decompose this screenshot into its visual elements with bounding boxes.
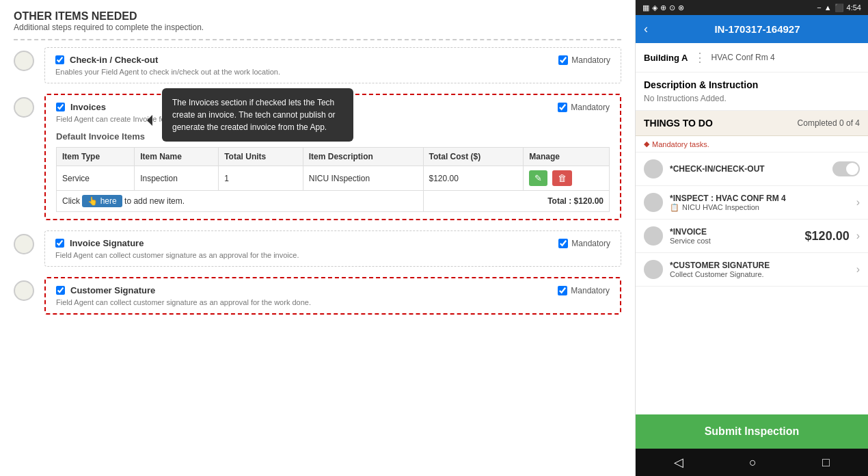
col-manage: Manage xyxy=(524,148,610,166)
checkin-mandatory-checkbox[interactable] xyxy=(558,55,568,65)
todo-name-invoice: *INVOICE xyxy=(670,227,798,237)
submit-inspection-button[interactable]: Submit Inspection xyxy=(636,414,868,449)
todo-text-custsig: *CUSTOMER SIGNATURE Collect Customer Sig… xyxy=(670,261,850,278)
invoice-sig-left: Invoice Signature xyxy=(55,238,144,248)
customer-sig-timeline-item: Customer Signature Mandatory Field Agent… xyxy=(14,277,621,315)
checkin-mandatory-text: Mandatory xyxy=(571,55,610,65)
time-display: 4:54 xyxy=(847,3,861,12)
todo-name-inspect: *INSPECT : HVAC CONF RM 4 xyxy=(670,194,850,203)
add-item-cell: Click 👆 here to add new item. xyxy=(57,191,424,212)
timeline-dot-4 xyxy=(14,280,34,301)
invoice-sig-mandatory-text: Mandatory xyxy=(571,239,610,248)
wifi-strength-icon: ▲ xyxy=(824,3,832,12)
mobile-panel: ▦ ◈ ⊕ ⊙ ⊗ − ▲ ⬛ 4:54 ‹ IN-170317-164927 … xyxy=(636,0,868,476)
checkin-row: Check-in / Check-out Mandatory xyxy=(55,55,610,65)
cell-item-type: Service xyxy=(57,166,135,191)
back-button[interactable]: ‹ xyxy=(644,22,648,36)
invoice-sig-row: Invoice Signature Mandatory xyxy=(55,238,610,248)
todo-inspect[interactable]: *INSPECT : HVAC CONF RM 4 📋 NICU HVAC In… xyxy=(636,186,868,220)
back-nav-icon[interactable]: ◁ xyxy=(674,455,683,470)
todo-circle-invoice xyxy=(644,226,663,246)
nav-bar: ◁ ○ □ xyxy=(636,449,868,476)
customer-sig-mandatory-text: Mandatory xyxy=(571,286,610,295)
todo-sub-custsig: Collect Customer Signature. xyxy=(670,270,850,278)
invoices-mandatory-badge: Mandatory xyxy=(558,103,610,112)
checkin-timeline-item: Check-in / Check-out Mandatory Enables y… xyxy=(14,47,621,83)
invoice-amount: $120.00 xyxy=(805,229,850,243)
customer-sig-mandatory-badge: Mandatory xyxy=(558,286,610,295)
invoice-sig-checkbox[interactable] xyxy=(55,239,64,248)
mobile-header: ‹ IN-170317-164927 xyxy=(636,15,868,43)
inspect-sub-text: NICU HVAC Inspection xyxy=(682,203,759,211)
timeline-dot-1 xyxy=(14,51,34,71)
recents-nav-icon[interactable]: □ xyxy=(822,455,830,470)
cell-item-desc: NICU INspection xyxy=(303,166,423,191)
invoices-checkbox[interactable] xyxy=(56,103,65,111)
col-item-name: Item Name xyxy=(135,148,219,166)
invoice-sig-card: Invoice Signature Mandatory Field Agent … xyxy=(44,230,621,267)
todo-customer-sig[interactable]: *CUSTOMER SIGNATURE Collect Customer Sig… xyxy=(636,253,868,287)
todo-text-invoice: *INVOICE Service cost xyxy=(670,227,798,245)
add-row: Click 👆 here to add new item. Total : $1… xyxy=(57,191,610,212)
minus-icon: − xyxy=(817,3,821,12)
invoice-sig-mandatory-checkbox[interactable] xyxy=(558,239,568,248)
cell-total-units: 1 xyxy=(219,166,303,191)
customer-sig-left: Customer Signature xyxy=(56,285,155,295)
checkin-checkbox[interactable] xyxy=(55,55,64,64)
inspect-chevron-icon: › xyxy=(856,196,860,209)
click-label: Click xyxy=(62,196,82,206)
invoice-section: Default Invoice Items Item Type Item Nam… xyxy=(56,131,610,212)
completed-badge: Completed 0 of 4 xyxy=(798,118,860,128)
invoice-chevron-icon: › xyxy=(856,230,860,242)
total-label: Total : xyxy=(547,196,573,206)
invoice-sig-mandatory-badge: Mandatory xyxy=(558,239,610,248)
todo-sub-invoice: Service cost xyxy=(670,237,798,245)
building-detail: HVAC Conf Rm 4 xyxy=(711,53,775,62)
timeline-dot-2 xyxy=(14,97,34,118)
status-bar: ▦ ◈ ⊕ ⊙ ⊗ − ▲ ⬛ 4:54 xyxy=(636,0,868,15)
desc-title: Description & Instruction xyxy=(644,79,860,90)
things-title: THINGS TO DO xyxy=(644,118,713,129)
building-dot: ⋮ xyxy=(694,50,706,65)
todo-sub-inspect: 📋 NICU HVAC Inspection xyxy=(670,203,850,212)
inspect-doc-icon: 📋 xyxy=(670,203,679,212)
building-info: Building A ⋮ HVAC Conf Rm 4 xyxy=(636,43,868,72)
col-item-type: Item Type xyxy=(57,148,135,166)
customer-sig-mandatory-checkbox[interactable] xyxy=(558,286,567,295)
edit-button[interactable]: ✎ xyxy=(529,170,547,186)
todo-text-inspect: *INSPECT : HVAC CONF RM 4 📋 NICU HVAC In… xyxy=(670,194,850,212)
checkin-toggle[interactable] xyxy=(832,161,860,176)
home-nav-icon[interactable]: ○ xyxy=(749,455,757,470)
checkin-mandatory-badge: Mandatory xyxy=(558,55,610,65)
total-cell: Total : $120.00 xyxy=(423,191,610,212)
things-todo-header: THINGS TO DO Completed 0 of 4 xyxy=(636,111,868,136)
cell-total-cost: $120.00 xyxy=(423,166,524,191)
cell-item-name: Inspection xyxy=(135,166,219,191)
mobile-content: Building A ⋮ HVAC Conf Rm 4 Description … xyxy=(636,43,868,414)
invoices-label: Invoices xyxy=(70,102,106,112)
customer-sig-desc: Field Agent can collect customer signatu… xyxy=(56,298,610,306)
table-row: Service Inspection 1 NICU INspection $12… xyxy=(57,166,610,191)
section-header: OTHER ITEMS NEEDED Additional steps requ… xyxy=(14,10,621,32)
customer-sig-checkbox[interactable] xyxy=(56,286,65,295)
status-icons-right: − ▲ ⬛ 4:54 xyxy=(817,3,861,12)
invoices-mandatory-checkbox[interactable] xyxy=(558,103,567,112)
invoice-sig-label: Invoice Signature xyxy=(70,238,144,248)
invoice-sig-desc: Field Agent can collect customer signatu… xyxy=(55,251,610,259)
delete-button[interactable]: 🗑 xyxy=(552,170,572,186)
todo-invoice[interactable]: *INVOICE Service cost $120.00 › xyxy=(636,220,868,253)
bluetooth-icon: ⊗ xyxy=(678,3,684,12)
add-label: to add new item. xyxy=(124,196,185,206)
invoices-left: Invoices xyxy=(56,102,106,112)
desc-section: Description & Instruction No Instruction… xyxy=(636,72,868,111)
todo-checkin[interactable]: *CHECK-IN/CHECK-OUT xyxy=(636,153,868,186)
battery-icon: ⬛ xyxy=(835,3,844,12)
customer-sig-label: Customer Signature xyxy=(70,285,155,295)
signal-icon: ▦ xyxy=(642,3,649,12)
data-icon: ⊕ xyxy=(660,3,666,12)
mobile-header-title: IN-170317-164927 xyxy=(655,23,860,35)
mandatory-note-text: Mandatory tasks. xyxy=(652,140,709,148)
checkin-desc: Enables your Field Agent to check in/che… xyxy=(55,68,610,76)
here-link[interactable]: 👆 here xyxy=(82,195,122,207)
todo-circle-custsig xyxy=(644,260,663,279)
